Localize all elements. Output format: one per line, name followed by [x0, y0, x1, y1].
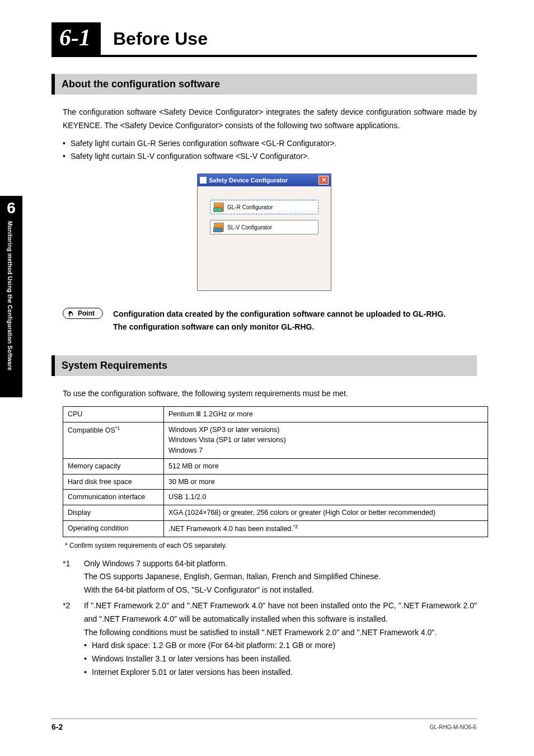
- note-label: *2: [63, 599, 77, 679]
- note-line: The OS supports Japanese, English, Germa…: [84, 570, 477, 584]
- point-text: Configuration data created by the config…: [113, 308, 446, 333]
- slv-label: SL-V Configurator: [227, 224, 272, 231]
- note-line: Only Windows 7 supports 64-bit platform.: [84, 557, 477, 571]
- note-line: If ".NET Framework 2.0" and ".NET Framew…: [84, 599, 477, 626]
- req-value: .NET Framework 4.0 has been installed.*2: [164, 520, 488, 537]
- req-value: XGA (1024×768) or greater, 256 colors or…: [164, 505, 488, 521]
- req-key: CPU: [63, 406, 164, 422]
- req-value: Pentium Ⅲ 1.2GHz or more: [164, 406, 488, 422]
- point-line: Configuration data created by the config…: [113, 308, 446, 320]
- chapter-number: 6: [0, 199, 22, 217]
- table-row: Communication interfaceUSB 1.1/2.0: [63, 490, 488, 505]
- close-icon[interactable]: ✕: [318, 176, 329, 185]
- requirements-table: CPUPentium Ⅲ 1.2GHz or moreCompatible OS…: [63, 406, 488, 537]
- table-row: Operating condition.NET Framework 4.0 ha…: [63, 520, 488, 537]
- point-callout: Point Configuration data created by the …: [63, 308, 477, 333]
- list-item: Safety light curtain GL-R Series configu…: [63, 137, 477, 151]
- subsection-about: About the configuration software: [51, 74, 477, 95]
- req-key: Display: [63, 505, 164, 521]
- section-title: Before Use: [113, 29, 208, 49]
- section-number: 6-1: [51, 22, 101, 55]
- table-row: Memory capacity512 MB or more: [63, 458, 488, 474]
- glr-label: GL-R Configurator: [227, 204, 273, 210]
- point-line: The configuration software can only moni…: [113, 321, 446, 333]
- configurator-window: Safety Device Configurator ✕ GL-R Config…: [197, 173, 331, 291]
- point-badge: Point: [63, 308, 103, 319]
- page-content: 6-1 Before Use About the configuration s…: [51, 22, 477, 682]
- req-key: Operating condition: [63, 520, 164, 537]
- glr-icon: [214, 203, 224, 212]
- app-icon: [200, 177, 207, 184]
- table-row: Hard disk free space30 MB or more: [63, 474, 488, 490]
- table-row: Compatible OS*1Windows XP (SP3 or later …: [63, 422, 488, 458]
- note-body: Only Windows 7 supports 64-bit platform.…: [84, 557, 477, 597]
- window-title: Safety Device Configurator: [209, 177, 288, 184]
- doc-id: GL-RHG-M-NO6-E: [430, 724, 477, 730]
- list-item: Internet Explorer 5.01 or later versions…: [84, 666, 477, 679]
- window-titlebar: Safety Device Configurator ✕: [198, 174, 331, 186]
- req-value: Windows XP (SP3 or later versions)Window…: [164, 422, 488, 458]
- footnotes: *1 Only Windows 7 supports 64-bit platfo…: [63, 557, 477, 679]
- subsection-requirements: System Requirements: [51, 355, 477, 376]
- note-bullets: Hard disk space: 1.2 GB or more (For 64-…: [84, 639, 477, 679]
- table-row: CPUPentium Ⅲ 1.2GHz or more: [63, 406, 488, 422]
- table-row: DisplayXGA (1024×768) or greater, 256 co…: [63, 505, 488, 521]
- chapter-label: Monitoring method Using the Configuratio…: [7, 221, 13, 370]
- software-list: Safety light curtain GL-R Series configu…: [63, 137, 477, 164]
- requirements-intro: To use the configuration software, the f…: [63, 387, 477, 401]
- chapter-tab: 6 Monitoring method Using the Configurat…: [0, 196, 22, 397]
- note-label: *1: [63, 557, 77, 597]
- req-value: 30 MB or more: [164, 474, 488, 490]
- req-key: Memory capacity: [63, 458, 164, 474]
- req-value: 512 MB or more: [164, 458, 488, 474]
- slv-configurator-button[interactable]: SL-V Configurator: [210, 220, 318, 234]
- req-key: Compatible OS*1: [63, 422, 164, 458]
- section-header: 6-1 Before Use: [51, 22, 477, 57]
- req-value: USB 1.1/2.0: [164, 490, 488, 505]
- list-item: Safety light curtain SL-V configuration …: [63, 150, 477, 163]
- note-line: With the 64-bit platform of OS, "SL-V Co…: [84, 584, 477, 597]
- glr-configurator-button[interactable]: GL-R Configurator: [210, 200, 318, 214]
- window-body: GL-R Configurator SL-V Configurator: [198, 186, 331, 290]
- note-body: If ".NET Framework 2.0" and ".NET Framew…: [84, 599, 477, 679]
- about-paragraph: The configuration software <Safety Devic…: [63, 106, 477, 133]
- list-item: Windows Installer 3.1 or later versions …: [84, 652, 477, 666]
- page-number: 6-2: [51, 722, 63, 731]
- table-footnote: * Confirm system requirements of each OS…: [65, 541, 477, 551]
- req-key: Hard disk free space: [63, 474, 164, 490]
- slv-icon: [214, 223, 224, 232]
- req-key: Communication interface: [63, 490, 164, 505]
- list-item: Hard disk space: 1.2 GB or more (For 64-…: [84, 639, 477, 652]
- page-footer: 6-2 GL-RHG-M-NO6-E: [51, 719, 477, 731]
- note-line: The following conditions must be satisfi…: [84, 626, 477, 640]
